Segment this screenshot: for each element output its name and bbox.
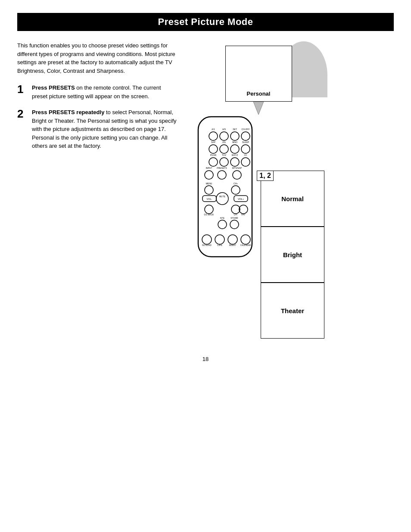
page-title: Preset Picture Mode (17, 13, 394, 31)
remote-control: A/1 A/S SET CH-OFF SAP JOL (190, 115, 261, 262)
svg-text:PRESETS: PRESETS (217, 167, 227, 169)
mode-box-theater: Theater (261, 283, 324, 339)
svg-text:STORR: STORR (230, 217, 238, 219)
remote-svg: A/1 A/S SET CH-OFF SAP JOL (190, 115, 261, 261)
svg-text:SLEEP: SLEEP (242, 141, 249, 143)
arrow-down (250, 102, 267, 115)
mode-boxes: Normal Bright Theater (261, 171, 324, 339)
svg-text:MNO: MNO (232, 141, 237, 143)
svg-text:PAY: PAY (241, 213, 246, 216)
mode-normal-label: Normal (281, 195, 304, 202)
svg-text:A/S: A/S (222, 128, 226, 131)
svg-text:MTS/SAP: MTS/SAP (232, 167, 242, 169)
svg-text:TUV: TUV (222, 154, 227, 156)
step-2: 2 Press PRESETS repeatedly to select Per… (17, 108, 177, 150)
page-number: 18 (17, 356, 394, 362)
svg-text:CH+: CH+ (234, 182, 238, 185)
text-column: This function enables you to choose pres… (17, 41, 177, 339)
main-content: This function enables you to choose pres… (17, 41, 394, 339)
step-2-bold: Press PRESETS repeatedly (32, 109, 104, 115)
svg-text:VOL-: VOL- (207, 198, 212, 200)
svg-text:CH-: CH- (234, 213, 238, 216)
step-text-2: Press PRESETS repeatedly to select Perso… (32, 108, 177, 150)
svg-text:SET: SET (233, 128, 237, 131)
step-number-1: 1 (17, 84, 27, 95)
svg-text:NTE: NTE (220, 217, 225, 219)
personal-label: Personal (247, 90, 271, 97)
steps-list: 1 Press PRESETS on the remote control. T… (17, 84, 177, 150)
mode-bright-label: Bright (283, 251, 302, 258)
personal-box: Personal (225, 46, 292, 102)
step-number-2: 2 (17, 108, 27, 119)
svg-text:JOL: JOL (222, 141, 226, 143)
svg-text:SAP: SAP (211, 141, 216, 143)
svg-marker-0 (253, 102, 264, 115)
svg-text:GO BACK: GO BACK (204, 213, 214, 216)
page: Preset Picture Mode This function enable… (0, 0, 411, 380)
svg-text:VOL+: VOL+ (238, 198, 244, 200)
svg-text:PGSR: PGSR (210, 154, 217, 156)
svg-text:INSERT: INSERT (229, 244, 237, 246)
svg-text:MENU: MENU (206, 182, 212, 185)
svg-text:A/1: A/1 (212, 128, 215, 131)
intro-text: This function enables you to choose pres… (17, 41, 177, 75)
svg-text:CALENDAR: CALENDAR (240, 244, 251, 246)
mode-theater-label: Theater (281, 307, 304, 314)
mode-box-bright: Bright (261, 227, 324, 283)
svg-text:WXYZ: WXYZ (232, 154, 238, 156)
indicator-12: 1, 2 (257, 171, 274, 181)
step-text-1: Press PRESETS on the remote control. The… (32, 84, 177, 100)
step-1: 1 Press PRESETS on the remote control. T… (17, 84, 177, 100)
diagram-column: Personal (185, 41, 394, 339)
svg-text:CH-OFF: CH-OFF (242, 128, 250, 131)
svg-text:CC: CC (244, 154, 247, 156)
svg-text:INPUT: INPUT (206, 167, 212, 169)
svg-text:CAFE: CAFE (217, 244, 222, 246)
svg-text:MUTE: MUTE (219, 195, 226, 198)
svg-text:NOTEPAD: NOTEPAD (202, 244, 212, 246)
step-1-bold: Press PRESETS (32, 84, 75, 91)
